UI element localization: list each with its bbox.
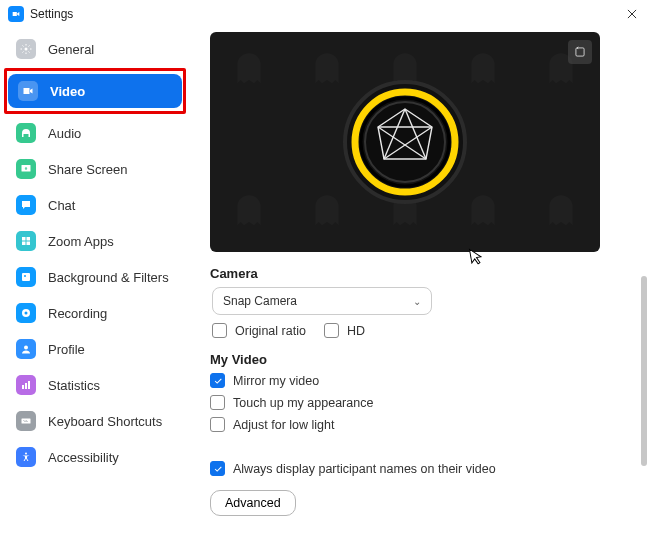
rotate-button[interactable] xyxy=(568,40,592,64)
sidebar-item-accessibility[interactable]: Accessibility xyxy=(6,440,184,474)
checkbox-label: Always display participant names on thei… xyxy=(233,462,496,476)
svg-point-9 xyxy=(25,312,28,315)
close-button[interactable] xyxy=(623,5,641,23)
camera-selected-value: Snap Camera xyxy=(223,294,297,308)
svg-rect-3 xyxy=(27,237,31,241)
mirror-checkbox[interactable]: Mirror my video xyxy=(210,373,629,388)
svg-point-0 xyxy=(25,48,28,51)
svg-rect-12 xyxy=(25,383,27,389)
titlebar: Settings xyxy=(0,0,651,26)
touchup-checkbox[interactable]: Touch up my appearance xyxy=(210,395,629,410)
share-screen-icon xyxy=(16,159,36,179)
checkbox-box xyxy=(210,461,225,476)
accessibility-icon xyxy=(16,447,36,467)
original-ratio-checkbox[interactable]: Original ratio xyxy=(212,323,306,338)
sidebar-item-statistics[interactable]: Statistics xyxy=(6,368,184,402)
checkbox-box xyxy=(210,395,225,410)
sidebar-item-zoom-apps[interactable]: Zoom Apps xyxy=(6,224,184,258)
sidebar-item-recording[interactable]: Recording xyxy=(6,296,184,330)
sidebar-item-share-screen[interactable]: Share Screen xyxy=(6,152,184,186)
checkbox-box xyxy=(210,373,225,388)
svg-rect-13 xyxy=(28,381,30,389)
sidebar-item-background-filters[interactable]: Background & Filters xyxy=(6,260,184,294)
checkbox-label: Mirror my video xyxy=(233,374,319,388)
app-icon xyxy=(8,6,24,22)
ghost-icon xyxy=(541,192,581,232)
sidebar-item-label: Accessibility xyxy=(48,450,119,465)
svg-rect-11 xyxy=(22,385,24,389)
scrollbar[interactable] xyxy=(641,276,647,466)
sidebar-item-label: Statistics xyxy=(48,378,100,393)
snap-camera-lens-icon xyxy=(340,77,470,207)
svg-rect-14 xyxy=(22,419,31,424)
sidebar-item-general[interactable]: General xyxy=(6,32,184,66)
checkbox-label: HD xyxy=(347,324,365,338)
svg-point-10 xyxy=(24,346,28,350)
headphones-icon xyxy=(16,123,36,143)
sidebar-item-label: Recording xyxy=(48,306,107,321)
svg-rect-18 xyxy=(24,422,28,423)
sidebar-item-profile[interactable]: Profile xyxy=(6,332,184,366)
video-preview xyxy=(210,32,600,252)
svg-rect-4 xyxy=(22,242,26,246)
hd-checkbox[interactable]: HD xyxy=(324,323,365,338)
svg-point-19 xyxy=(25,453,27,455)
svg-rect-6 xyxy=(22,273,30,281)
sidebar-item-label: Share Screen xyxy=(48,162,128,177)
lowlight-checkbox[interactable]: Adjust for low light xyxy=(210,417,629,432)
sidebar: General Video Audio Share Screen xyxy=(0,26,190,539)
sidebar-item-label: Zoom Apps xyxy=(48,234,114,249)
keyboard-icon xyxy=(16,411,36,431)
svg-rect-20 xyxy=(576,48,584,56)
svg-point-7 xyxy=(24,275,26,277)
sidebar-item-label: Video xyxy=(50,84,85,99)
sidebar-item-label: Keyboard Shortcuts xyxy=(48,414,162,429)
sidebar-item-video[interactable]: Video xyxy=(8,74,182,108)
checkbox-label: Touch up my appearance xyxy=(233,396,373,410)
record-icon xyxy=(16,303,36,323)
checkbox-box xyxy=(212,323,227,338)
video-icon xyxy=(18,81,38,101)
filters-icon xyxy=(16,267,36,287)
camera-section-label: Camera xyxy=(210,266,629,281)
stats-icon xyxy=(16,375,36,395)
checkbox-label: Adjust for low light xyxy=(233,418,334,432)
svg-rect-16 xyxy=(25,420,26,421)
svg-rect-2 xyxy=(22,237,26,241)
profile-icon xyxy=(16,339,36,359)
chevron-down-icon: ⌄ xyxy=(413,296,421,307)
sidebar-item-label: General xyxy=(48,42,94,57)
apps-icon xyxy=(16,231,36,251)
sidebar-item-audio[interactable]: Audio xyxy=(6,116,184,150)
highlight-video: Video xyxy=(4,68,186,114)
sidebar-item-label: Background & Filters xyxy=(48,270,169,285)
window-title: Settings xyxy=(30,7,73,21)
svg-rect-17 xyxy=(26,420,27,421)
advanced-button[interactable]: Advanced xyxy=(210,490,296,516)
ghost-icon xyxy=(229,50,269,90)
camera-select[interactable]: Snap Camera ⌄ xyxy=(212,287,432,315)
chat-icon xyxy=(16,195,36,215)
main-panel: Camera Snap Camera ⌄ Original ratio HD M… xyxy=(190,26,651,539)
checkbox-box xyxy=(210,417,225,432)
sidebar-item-label: Audio xyxy=(48,126,81,141)
checkbox-label: Original ratio xyxy=(235,324,306,338)
svg-rect-15 xyxy=(23,420,24,421)
checkbox-box xyxy=(324,323,339,338)
svg-point-23 xyxy=(365,102,445,182)
svg-rect-5 xyxy=(27,242,31,246)
sidebar-item-label: Chat xyxy=(48,198,75,213)
sidebar-item-chat[interactable]: Chat xyxy=(6,188,184,222)
sidebar-item-label: Profile xyxy=(48,342,85,357)
ghost-icon xyxy=(229,192,269,232)
sidebar-item-keyboard-shortcuts[interactable]: Keyboard Shortcuts xyxy=(6,404,184,438)
display-names-checkbox[interactable]: Always display participant names on thei… xyxy=(210,461,629,476)
myvideo-section-label: My Video xyxy=(210,352,629,367)
gear-icon xyxy=(16,39,36,59)
